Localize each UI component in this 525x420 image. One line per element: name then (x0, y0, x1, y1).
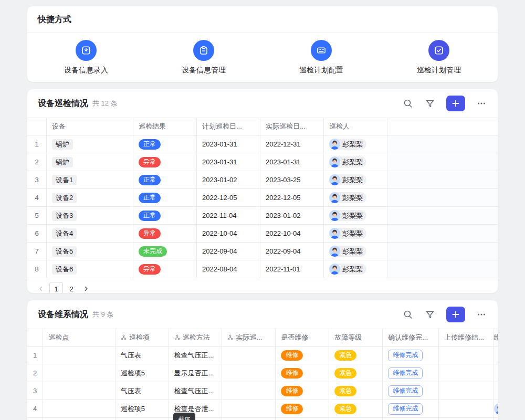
upload-cell[interactable] (439, 346, 494, 364)
column-header-repair[interactable]: 是否维修 (276, 329, 329, 346)
planned-date-cell[interactable]: 2023-01-31 (197, 135, 260, 153)
item-cell[interactable]: 巡检项5 (116, 364, 169, 382)
repair-cell[interactable]: 维修 (276, 418, 329, 420)
cutoff-cell[interactable] (494, 346, 498, 364)
repair-cell[interactable]: 维修 (276, 364, 329, 382)
item-cell[interactable]: 气压表 (116, 346, 169, 364)
cutoff-cell[interactable] (494, 364, 498, 382)
filter-icon[interactable] (424, 309, 436, 320)
result-cell[interactable]: 正常 (133, 135, 197, 153)
planned-date-cell[interactable]: 2022-11-04 (197, 207, 260, 224)
device-cell[interactable]: 设备4 (47, 225, 133, 242)
device-cell[interactable]: 锅炉 (47, 153, 133, 171)
level-cell[interactable]: 紧急 (329, 400, 383, 417)
cutoff-cell[interactable] (494, 400, 498, 417)
device-cell[interactable]: 设备2 (47, 189, 133, 206)
chevron-left-icon[interactable] (35, 282, 47, 293)
point-cell[interactable] (43, 346, 116, 364)
item-cell[interactable]: 巡检项5 (116, 418, 169, 420)
result-cell[interactable]: 正常 (133, 171, 197, 188)
planned-date-cell[interactable]: 2022-08-04 (197, 260, 260, 278)
repair-done-button[interactable]: 维修完成 (388, 385, 423, 397)
page-number-2[interactable]: 2 (65, 282, 78, 293)
point-cell[interactable] (43, 418, 116, 420)
level-cell[interactable]: 紧急 (329, 382, 383, 400)
repair-done-button[interactable]: 维修完成 (388, 368, 423, 379)
upload-cell[interactable] (439, 400, 494, 417)
column-header-result[interactable]: 巡检结果 (133, 118, 197, 135)
column-header-inspector[interactable]: 巡检人 (324, 118, 387, 135)
chevron-right-icon[interactable] (80, 282, 92, 293)
result-cell[interactable]: 未完成 (133, 243, 197, 260)
planned-date-cell[interactable]: 2023-01-31 (197, 153, 260, 171)
planned-date-cell[interactable]: 2023-01-02 (197, 171, 260, 188)
result-cell[interactable]: 异常 (133, 225, 197, 242)
actual-cell[interactable] (222, 364, 276, 382)
actual-cell[interactable] (222, 418, 276, 420)
column-header-point[interactable]: 巡检点 (43, 329, 116, 346)
planned-date-cell[interactable]: 2022-10-04 (197, 225, 260, 242)
more-icon[interactable] (476, 309, 487, 320)
inspector-cell[interactable]: 彭梨梨 (324, 225, 387, 242)
actual-date-cell[interactable]: 2023-01-02 (260, 207, 324, 224)
more-icon[interactable] (476, 98, 487, 109)
repair-cell[interactable]: 维修 (276, 346, 329, 364)
column-header-cutoff[interactable]: 维 (494, 329, 498, 346)
page-number-1[interactable]: 1 (49, 282, 63, 293)
actual-date-cell[interactable]: 2022-11-01 (260, 260, 324, 278)
method-cell[interactable]: 检查气压正... (169, 346, 223, 364)
actual-date-cell[interactable]: 2022-12-05 (260, 189, 324, 206)
search-icon[interactable] (402, 98, 414, 109)
actual-cell[interactable] (222, 400, 276, 417)
shortcut-plan-config[interactable]: 巡检计划配置 (262, 40, 380, 75)
inspector-cell[interactable]: 彭梨梨 (324, 153, 387, 171)
column-header-actual[interactable]: 实际巡... (222, 329, 276, 346)
point-cell[interactable] (43, 400, 116, 417)
filter-icon[interactable] (424, 98, 436, 109)
actual-date-cell[interactable]: 2023-01-31 (260, 153, 324, 171)
add-record-button[interactable] (446, 96, 465, 111)
column-header-level[interactable]: 故障等级 (329, 329, 383, 346)
device-cell[interactable]: 设备3 (47, 207, 133, 224)
upload-cell[interactable] (439, 382, 494, 400)
planned-date-cell[interactable]: 2022-09-04 (197, 243, 260, 260)
device-cell[interactable]: 设备1 (47, 171, 133, 188)
shortcut-device-manage[interactable]: 设备信息管理 (145, 40, 262, 75)
inspector-cell[interactable]: 彭梨梨 (324, 171, 387, 188)
column-header-upload[interactable]: 上传维修结... (439, 329, 494, 346)
cutoff-cell[interactable] (494, 382, 498, 400)
shortcut-device-entry[interactable]: 设备信息录入 (27, 40, 145, 75)
repair-cell[interactable]: 维修 (276, 400, 329, 417)
level-cell[interactable]: 紧急 (329, 364, 383, 382)
column-header-item[interactable]: 巡检项 (116, 329, 169, 346)
result-cell[interactable]: 正常 (133, 207, 197, 224)
item-cell[interactable]: 气压表 (116, 382, 169, 400)
result-cell[interactable]: 正常 (133, 189, 197, 206)
cutoff-cell[interactable] (494, 418, 498, 420)
device-cell[interactable]: 设备5 (47, 243, 133, 260)
column-header-planned[interactable]: 计划巡检日... (197, 118, 260, 135)
actual-cell[interactable] (222, 346, 276, 364)
inspector-cell[interactable]: 彭梨梨 (324, 189, 387, 206)
item-cell[interactable]: 巡检项5 (116, 400, 169, 417)
point-cell[interactable] (43, 364, 116, 382)
column-header-method[interactable]: 巡检方法 (169, 329, 223, 346)
inspector-cell[interactable]: 彭梨梨 (324, 135, 387, 153)
column-header-confirm[interactable]: 确认维修完... (383, 329, 439, 346)
planned-date-cell[interactable]: 2022-12-05 (197, 189, 260, 206)
column-header-device[interactable]: 设备 (47, 118, 133, 135)
result-cell[interactable]: 异常 (133, 260, 197, 278)
level-cell[interactable]: 紧急 (329, 346, 383, 364)
inspector-cell[interactable]: 彭梨梨 (324, 243, 387, 260)
method-cell[interactable]: 显示是否正... (169, 364, 223, 382)
actual-date-cell[interactable]: 2022-10-04 (260, 225, 324, 242)
upload-cell[interactable] (439, 418, 494, 420)
shortcut-plan-manage[interactable]: 巡检计划管理 (380, 40, 498, 75)
column-header-actual[interactable]: 实际巡检日... (260, 118, 324, 135)
actual-date-cell[interactable]: 2022-12-31 (260, 135, 324, 153)
repair-done-button[interactable]: 维修完成 (388, 403, 423, 415)
result-cell[interactable]: 异常 (133, 153, 197, 171)
inspector-cell[interactable]: 彭梨梨 (324, 260, 387, 278)
actual-cell[interactable] (222, 382, 276, 400)
point-cell[interactable] (43, 382, 116, 400)
